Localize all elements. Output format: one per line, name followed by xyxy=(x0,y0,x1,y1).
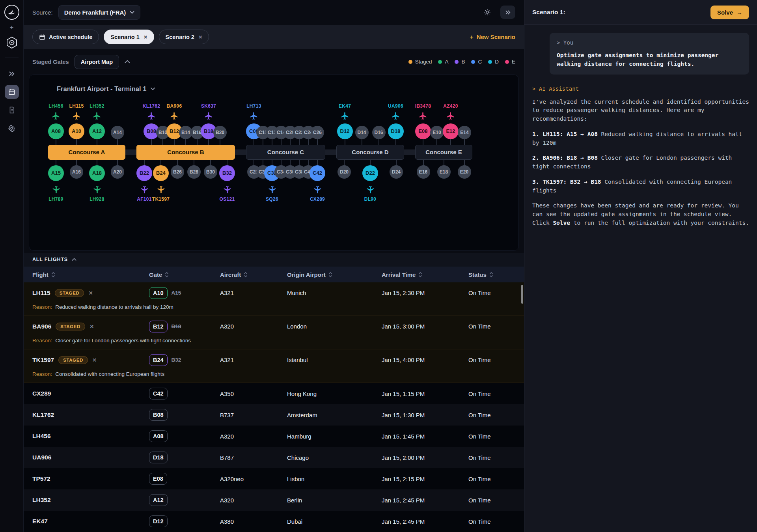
gate-chip[interactable]: A12 xyxy=(149,494,168,506)
gate-chip[interactable]: B24 xyxy=(149,354,168,366)
map-gate[interactable]: D22 xyxy=(362,165,378,181)
map-gate[interactable]: B26 xyxy=(171,165,184,179)
map-gate[interactable]: A12 xyxy=(89,123,105,139)
table-row[interactable]: UA906D18B787ChicagoJan 15, 2:00 PMOn Tim… xyxy=(24,447,524,468)
column-header-status[interactable]: Status xyxy=(468,271,524,278)
airport-map-toggle[interactable]: Airport Map xyxy=(75,55,119,69)
map-gate[interactable]: E16 xyxy=(417,165,430,179)
table-row[interactable]: TP572E08A320neoLisbonJan 15, 2:15 PMOn T… xyxy=(24,468,524,489)
map-gate[interactable]: E20 xyxy=(458,165,471,179)
close-tab-icon[interactable]: × xyxy=(144,34,147,40)
concourse-bar[interactable]: Concourse D xyxy=(336,145,404,160)
source-select[interactable]: Demo Frankfurt (FRA) xyxy=(58,5,141,20)
flights-scrollbar-thumb[interactable] xyxy=(521,285,523,304)
sort-icon[interactable] xyxy=(328,272,332,278)
column-header-aircraft[interactable]: Aircraft xyxy=(220,271,287,278)
tab-scenario-1[interactable]: Scenario 1× xyxy=(104,30,154,44)
close-tab-icon[interactable]: × xyxy=(199,34,202,40)
map-gate[interactable]: D24 xyxy=(390,165,403,179)
status-cell: On Time xyxy=(468,497,524,504)
theme-toggle-sun-icon[interactable] xyxy=(480,6,495,19)
sort-icon[interactable] xyxy=(51,272,55,278)
map-gate[interactable]: E08 xyxy=(415,123,431,139)
gate-stack: B28 xyxy=(186,160,202,202)
gate-chip[interactable]: C42 xyxy=(149,388,168,399)
map-gate[interactable]: B32 xyxy=(219,165,235,181)
map-gate[interactable]: E10 xyxy=(430,126,444,139)
collapse-panel-icon[interactable] xyxy=(500,6,515,19)
all-flights-header[interactable]: ALL FLIGHTS xyxy=(24,253,524,267)
unstage-icon[interactable]: ✕ xyxy=(89,323,94,330)
map-gate[interactable]: E14 xyxy=(458,126,471,139)
map-gate[interactable]: A08 xyxy=(48,123,64,139)
table-row[interactable]: CX289C42A350Hong KongJan 15, 1:15 PMOn T… xyxy=(24,383,524,404)
map-gate[interactable]: B28 xyxy=(187,165,201,179)
chevron-up-icon[interactable] xyxy=(125,60,130,63)
terminal-selector[interactable]: Frankfurt Airport - Terminal 1 xyxy=(57,85,518,93)
expand-sidebar-icon[interactable] xyxy=(5,67,19,81)
map-gate[interactable]: B30 xyxy=(204,165,217,179)
table-row[interactable]: EK47D12A380DubaiJan 15, 2:45 PMOn Time xyxy=(24,511,524,532)
table-row-staged[interactable]: LH115STAGED✕A10A15A321MunichJan 15, 2:30… xyxy=(24,282,524,316)
tab-active-schedule[interactable]: Active schedule xyxy=(32,30,99,44)
table-row[interactable]: KL1762B08B737AmsterdamJan 15, 1:30 PMOn … xyxy=(24,404,524,426)
table-row[interactable]: LH456A08A320HamburgJan 15, 1:45 PMOn Tim… xyxy=(24,426,524,447)
gate-stem xyxy=(450,139,451,145)
map-gate[interactable]: E12 xyxy=(443,123,459,139)
concourse-bar[interactable]: Concourse A xyxy=(48,145,125,160)
gate-stack: LH352A12 xyxy=(89,103,105,145)
concourse-bar[interactable]: Concourse B xyxy=(136,145,235,160)
column-header-origin-airport[interactable]: Origin Airport xyxy=(287,271,382,278)
map-gate[interactable]: D14 xyxy=(355,126,369,139)
hexagon-eye-icon[interactable] xyxy=(6,36,18,50)
map-gate[interactable]: A16 xyxy=(70,165,83,179)
sort-icon[interactable] xyxy=(244,272,248,278)
concourse-bar[interactable]: Concourse C xyxy=(246,145,325,160)
legend-item: D xyxy=(488,59,499,65)
map-gate[interactable]: D12 xyxy=(337,123,353,139)
map-gate[interactable]: D16 xyxy=(372,126,386,139)
column-header-flight[interactable]: Flight xyxy=(32,271,149,278)
map-gate[interactable]: A15 xyxy=(48,165,64,181)
sort-icon[interactable] xyxy=(489,272,493,278)
gate-chip[interactable]: B12 xyxy=(149,321,168,332)
map-gate[interactable]: E18 xyxy=(437,165,451,179)
sidebar-item-schedule[interactable] xyxy=(5,85,19,99)
map-gate[interactable]: C26 xyxy=(311,126,324,139)
gate-chip[interactable]: E08 xyxy=(149,473,167,485)
staged-gates-toggle[interactable]: Staged Gates xyxy=(32,59,69,65)
sort-icon[interactable] xyxy=(165,272,169,278)
table-row[interactable]: LH352A12A320BerlinJan 15, 2:45 PMOn Time xyxy=(24,489,524,511)
solve-button[interactable]: Solve → xyxy=(710,6,749,19)
gate-chip[interactable]: D12 xyxy=(149,515,168,527)
new-scenario-button[interactable]: +New Scenario xyxy=(470,34,515,40)
sidebar-item-settings[interactable] xyxy=(5,121,19,135)
column-header-gate[interactable]: Gate xyxy=(149,271,220,278)
map-gate[interactable]: B22 xyxy=(136,165,152,181)
gate-chip[interactable]: A08 xyxy=(149,430,168,442)
gate-chip[interactable]: A10 xyxy=(149,287,168,299)
tab-scenario-2[interactable]: Scenario 2× xyxy=(159,30,209,44)
map-gate[interactable]: B24 xyxy=(153,165,169,181)
gate-chip[interactable]: D18 xyxy=(149,452,168,463)
map-gate[interactable]: B20 xyxy=(213,126,227,139)
unstage-icon[interactable]: ✕ xyxy=(88,290,93,296)
map-gate[interactable]: A10 xyxy=(69,123,84,139)
unstage-icon[interactable]: ✕ xyxy=(92,357,97,363)
map-gate[interactable]: C42 xyxy=(310,165,325,181)
table-row-staged[interactable]: TK1597STAGED✕B24B32A321IstanbulJan 15, 4… xyxy=(24,349,524,383)
map-gate[interactable]: D18 xyxy=(388,123,404,139)
brand-logo[interactable] xyxy=(4,5,19,20)
table-row-staged[interactable]: BA906STAGED✕B12B18A320LondonJan 15, 3:00… xyxy=(24,316,524,349)
sort-icon[interactable] xyxy=(418,272,422,278)
map-gate[interactable]: A14 xyxy=(111,126,124,139)
map-gate[interactable]: D20 xyxy=(337,165,351,179)
map-gate[interactable]: A18 xyxy=(89,165,105,181)
gate-chip[interactable]: B08 xyxy=(149,409,168,421)
add-icon[interactable]: + xyxy=(10,24,14,32)
aircraft-cell: B737 xyxy=(220,412,287,418)
column-header-arrival-time[interactable]: Arrival Time xyxy=(382,271,468,278)
concourse-bar[interactable]: Concourse E xyxy=(415,145,472,160)
map-gate[interactable]: A20 xyxy=(111,165,124,179)
sidebar-item-documents[interactable] xyxy=(5,103,19,117)
